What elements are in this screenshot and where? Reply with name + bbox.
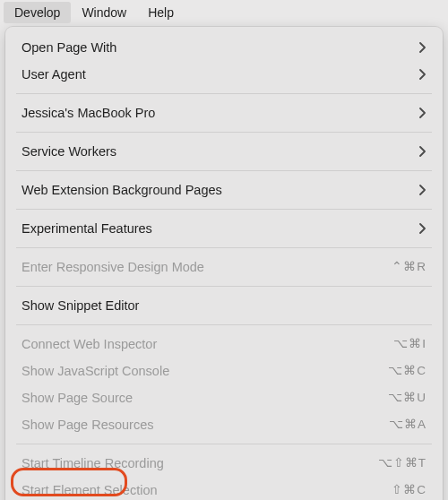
menu-label: Open Page With — [22, 39, 419, 56]
menu-shortcut: ⌥⌘C — [388, 362, 426, 380]
menu-shortcut: ⌥⌘U — [388, 389, 426, 407]
menu-item-js-console: Show JavaScript Console ⌥⌘C — [5, 358, 443, 384]
menu-label: Connect Web Inspector — [22, 335, 393, 353]
menu-label: Start Element Selection — [22, 481, 392, 499]
menu-separator — [16, 132, 432, 133]
menu-item-user-agent[interactable]: User Agent — [5, 61, 443, 88]
menubar-item-help[interactable]: Help — [137, 2, 185, 23]
menu-item-open-page-with[interactable]: Open Page With — [5, 34, 443, 61]
menu-label: Enter Responsive Design Mode — [22, 258, 392, 276]
menu-shortcut: ⌥⌘I — [393, 335, 426, 353]
chevron-right-icon — [419, 223, 426, 234]
menu-item-element-selection: Start Element Selection ⇧⌘C — [5, 477, 443, 500]
chevron-right-icon — [419, 185, 426, 195]
menu-item-connect-inspector: Connect Web Inspector ⌥⌘I — [5, 331, 443, 358]
menu-shortcut: ⌥⌘A — [389, 416, 426, 434]
chevron-right-icon — [419, 69, 426, 80]
chevron-right-icon — [419, 108, 426, 118]
develop-dropdown: Open Page With User Agent Jessica's MacB… — [5, 27, 443, 500]
menu-item-page-resources: Show Page Resources ⌥⌘A — [5, 411, 443, 438]
menu-item-service-workers[interactable]: Service Workers — [5, 138, 443, 165]
menu-separator — [16, 209, 432, 210]
menu-item-device[interactable]: Jessica's MacBook Pro — [5, 99, 443, 126]
menu-item-responsive-mode: Enter Responsive Design Mode ⌃⌘R — [5, 254, 443, 280]
menu-separator — [16, 324, 432, 325]
menu-shortcut: ⌃⌘R — [392, 258, 426, 276]
menubar-item-develop[interactable]: Develop — [4, 2, 71, 23]
chevron-right-icon — [419, 42, 426, 53]
menu-item-page-source: Show Page Source ⌥⌘U — [5, 384, 443, 411]
menu-separator — [16, 286, 432, 287]
menu-label: Experimental Features — [22, 220, 419, 237]
menu-label: Show Snippet Editor — [22, 297, 426, 315]
menu-item-experimental[interactable]: Experimental Features — [5, 215, 443, 242]
menu-separator — [16, 93, 432, 94]
menu-separator — [16, 170, 432, 171]
menu-label: Show Page Source — [22, 389, 388, 407]
menu-label: Start Timeline Recording — [22, 454, 378, 472]
menubar-item-window[interactable]: Window — [71, 2, 137, 23]
menu-label: Jessica's MacBook Pro — [22, 104, 419, 122]
menu-label: User Agent — [22, 65, 419, 83]
menu-separator — [16, 444, 432, 444]
menu-label: Show JavaScript Console — [22, 362, 388, 380]
menu-label: Web Extension Background Pages — [22, 181, 419, 199]
menu-item-snippet-editor[interactable]: Show Snippet Editor — [5, 292, 443, 319]
menu-item-timeline-recording: Start Timeline Recording ⌥⇧⌘T — [5, 450, 443, 477]
menu-item-web-ext-bg[interactable]: Web Extension Background Pages — [5, 177, 443, 203]
menu-separator — [16, 247, 432, 248]
menu-label: Show Page Resources — [22, 416, 389, 434]
menu-label: Service Workers — [22, 142, 419, 160]
menu-shortcut: ⌥⇧⌘T — [378, 454, 426, 472]
chevron-right-icon — [419, 146, 426, 157]
menubar: Develop Window Help — [0, 0, 448, 25]
menu-shortcut: ⇧⌘C — [392, 481, 426, 499]
